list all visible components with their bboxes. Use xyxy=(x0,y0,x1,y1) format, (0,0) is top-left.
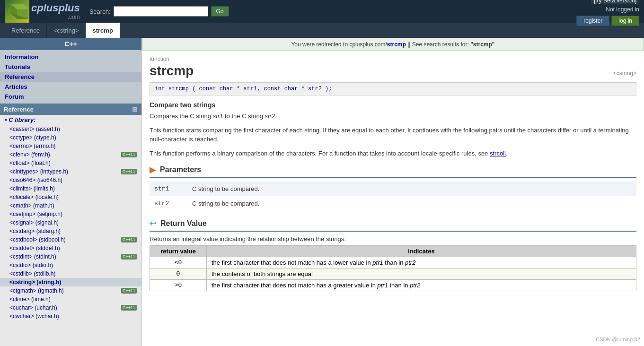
lib-item-cstdarg[interactable]: <cstdarg> (stdarg.h) xyxy=(0,227,141,235)
param-name-str1: str1 xyxy=(150,182,187,196)
lib-item-csetjmp[interactable]: <csetjmp> (setjmp.h) xyxy=(0,210,141,218)
cpp-section-header: C++ xyxy=(0,38,141,50)
expand-icon[interactable]: ⊞ xyxy=(132,105,138,113)
sidebar-item-reference[interactable]: Reference xyxy=(0,72,141,82)
content-body: function strcmp <cstring> int strcmp ( c… xyxy=(142,51,644,296)
lib-item-cstddef[interactable]: <cstddef> (stddef.h) xyxy=(0,244,141,252)
watermark: CSDN @luming-02 xyxy=(596,337,640,342)
lib-item-cstdlib[interactable]: <cstdlib> (stdlib.h) xyxy=(0,269,141,278)
lib-item-cmath[interactable]: <cmath> (math.h) xyxy=(0,201,141,210)
search-term: "strcmp" xyxy=(470,41,494,48)
nav-bar: Reference <cstring> strcmp xyxy=(0,23,644,38)
desc3: This function performs a binary comparis… xyxy=(150,149,636,158)
search-area: Search: Go xyxy=(89,6,567,17)
logo-cube xyxy=(5,0,29,23)
params-table: str1 C string to be compared. str2 C str… xyxy=(150,182,636,211)
ret-col-header-indicates: indicates xyxy=(207,246,636,257)
lib-item-clocale[interactable]: <clocale> (locale.h) xyxy=(0,193,141,201)
return-section-header: ↩ Return Value xyxy=(150,218,636,232)
func-header-link[interactable]: <cstring> xyxy=(613,70,636,77)
parameters-section-header: ▶ Parameters xyxy=(150,164,636,178)
cpp11-badge-cstdint: C++11 xyxy=(121,254,137,260)
lib-item-cassert[interactable]: <cassert> (assert.h) xyxy=(0,125,141,133)
nav-cstring[interactable]: <cstring> xyxy=(47,23,86,38)
lib-item-cerrno[interactable]: <cerrno> (errno.h) xyxy=(0,142,141,150)
cpp11-badge-cinttypes: C++11 xyxy=(121,169,137,174)
sidebar-item-articles[interactable]: Articles xyxy=(0,82,141,92)
ret-desc-gt0: the first character that does not match … xyxy=(207,280,636,291)
cpp11-badge-ctgmath: C++11 xyxy=(121,288,137,294)
return-icon: ↩ xyxy=(150,218,157,229)
nav-reference[interactable]: Reference xyxy=(5,23,47,38)
lib-section-clibrary[interactable]: C library: xyxy=(0,115,141,125)
ret-desc-eq0: the contents of both strings are equal xyxy=(207,268,636,280)
lib-item-cuchar[interactable]: <cuchar> (uchar.h) C++11 xyxy=(0,303,141,312)
ret-desc-lt0: the first character that does not match … xyxy=(207,257,636,268)
search-results-text: See search results for: xyxy=(412,41,470,48)
strcoll-link[interactable]: strcoll xyxy=(490,150,506,157)
ret-val-gt0: >0 xyxy=(150,280,207,291)
ret-val-lt0: <0 xyxy=(150,257,207,268)
cpp11-badge-cstdbool: C++11 xyxy=(121,237,137,242)
ret-col-header-value: return value xyxy=(150,246,207,257)
sidebar: C++ Information Tutorials Reference Arti… xyxy=(0,38,142,346)
lib-item-ctgmath[interactable]: <ctgmath> (tgmath.h) C++11 xyxy=(0,286,141,295)
search-input[interactable] xyxy=(114,6,208,17)
short-desc: Compare two strings xyxy=(150,101,636,109)
params-title: Parameters xyxy=(160,165,201,174)
search-button[interactable]: Go xyxy=(211,6,229,17)
func-title-row: strcmp <cstring> xyxy=(150,63,636,78)
lib-item-cfloat[interactable]: <cfloat> (float.h) xyxy=(0,159,141,167)
sidebar-item-information[interactable]: Information xyxy=(0,52,141,62)
logo-area: cplusplus .com xyxy=(5,0,80,23)
not-logged-status: Not logged in xyxy=(606,6,639,13)
redirect-link[interactable]: strcmp xyxy=(387,41,406,48)
nav-strcmp[interactable]: strcmp xyxy=(86,23,120,38)
login-button[interactable]: log in xyxy=(611,16,639,26)
return-title: Return Value xyxy=(160,219,207,228)
param-desc-str1: C string to be compared. xyxy=(187,182,636,196)
lib-item-cfenv[interactable]: <cfenv> (fenv.h) C++11 xyxy=(0,150,141,159)
lib-item-climits[interactable]: <climits> (limits.h) xyxy=(0,184,141,193)
content-area: You were redirected to cplusplus.com/str… xyxy=(142,38,644,346)
lib-item-cctype[interactable]: <cctype> (ctype.h) xyxy=(0,133,141,142)
redirect-text: You were redirected to cplusplus.com/ xyxy=(291,41,387,48)
ret-val-eq0: 0 xyxy=(150,268,207,280)
auth-buttons: register log in xyxy=(576,16,639,26)
ref-panel-header: Reference ⊞ xyxy=(0,104,141,115)
ret-row-lt0: <0 the first character that does not mat… xyxy=(150,257,636,268)
sidebar-item-forum[interactable]: Forum xyxy=(0,92,141,102)
ret-row-gt0: >0 the first character that does not mat… xyxy=(150,280,636,291)
lib-item-ciso646[interactable]: <ciso646> (iso646.h) xyxy=(0,176,141,184)
cpp11-badge-cuchar: C++11 xyxy=(121,305,137,311)
redirect-notice: You were redirected to cplusplus.com/str… xyxy=(142,38,644,51)
lib-item-cinttypes[interactable]: <cinttypes> (inttypes.h) C++11 xyxy=(0,167,141,176)
return-desc: Returns an integral value indicating the… xyxy=(150,235,636,242)
ret-row-eq0: 0 the contents of both strings are equal xyxy=(150,268,636,280)
try-beta-link[interactable]: [try Beta version] xyxy=(591,0,639,4)
params-icon: ▶ xyxy=(150,164,156,175)
func-name: strcmp xyxy=(150,63,194,78)
desc1: Compares the C string str1 to the C stri… xyxy=(150,112,636,121)
lib-item-csignal[interactable]: <csignal> (signal.h) xyxy=(0,218,141,227)
lib-item-cstdint[interactable]: <cstdint> (stdint.h) C++11 xyxy=(0,252,141,261)
cpp11-badge-cfenv: C++11 xyxy=(121,152,137,157)
lib-item-cstdio[interactable]: <cstdio> (stdio.h) xyxy=(0,261,141,269)
logo-text-area: cplusplus .com xyxy=(31,2,80,20)
return-table: return value indicates <0 the first char… xyxy=(150,245,636,291)
lib-item-cstring[interactable]: <cstring> (string.h) xyxy=(0,278,141,286)
search-label: Search: xyxy=(89,8,111,15)
signature-box: int strcmp ( const char * str1, const ch… xyxy=(150,82,636,95)
redirect-sep: || xyxy=(406,41,412,48)
lib-item-ctime[interactable]: <ctime> (time.h) xyxy=(0,295,141,303)
lib-item-cwchar[interactable]: <cwchar> (wchar.h) xyxy=(0,312,141,320)
main-layout: C++ Information Tutorials Reference Arti… xyxy=(0,38,644,346)
register-button[interactable]: register xyxy=(576,16,609,26)
sidebar-item-tutorials[interactable]: Tutorials xyxy=(0,62,141,72)
param-desc-str2: C string to be compared. xyxy=(187,196,636,211)
lib-item-cstdbool[interactable]: <cstdbool> (stdbool.h) C++11 xyxy=(0,235,141,244)
param-row-str1: str1 C string to be compared. xyxy=(150,182,636,196)
param-name-str2: str2 xyxy=(150,196,187,211)
desc2: This function starts comparing the first… xyxy=(150,126,636,144)
lib-section: C library: <cassert> (assert.h) <cctype>… xyxy=(0,115,141,320)
